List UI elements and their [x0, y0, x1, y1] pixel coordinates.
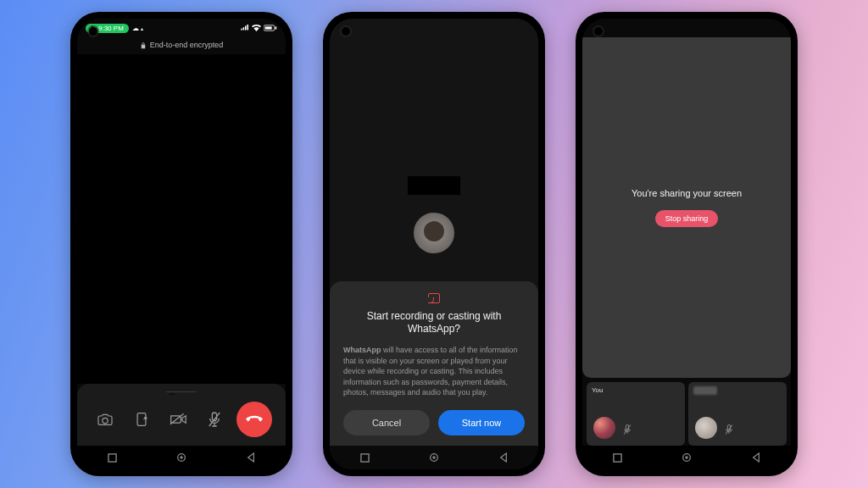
phone-mockup-2: Start recording or casting with WhatsApp…	[323, 12, 545, 476]
status-bar-empty	[582, 19, 791, 37]
nav-recents-button[interactable]	[611, 452, 623, 463]
encryption-notice: End-to-end encrypted	[77, 37, 286, 54]
svg-rect-4	[108, 453, 115, 461]
nav-recents-button[interactable]	[359, 452, 370, 463]
svg-point-6	[180, 456, 182, 458]
svg-point-9	[432, 456, 435, 458]
app-name-bold: WhatsApp	[343, 346, 381, 354]
cast-icon	[343, 293, 525, 303]
svg-point-12	[685, 456, 687, 458]
nav-home-button[interactable]	[428, 452, 440, 463]
video-call-area[interactable]	[77, 54, 286, 384]
svg-rect-7	[360, 453, 368, 461]
status-weather-icons: ☁ ▴	[132, 25, 143, 32]
start-now-button[interactable]: Start now	[438, 410, 525, 435]
android-navbar	[330, 446, 538, 469]
mic-muted-icon	[724, 424, 734, 435]
android-navbar	[77, 446, 286, 469]
participant-tiles: You	[582, 378, 791, 446]
nav-back-button[interactable]	[245, 452, 257, 463]
lock-icon	[140, 42, 147, 49]
participant-tile-self[interactable]: You	[587, 382, 685, 446]
tile-label-you: You	[592, 386, 604, 394]
tile-label-redacted	[693, 386, 717, 395]
mic-muted-icon	[622, 424, 632, 435]
camera-hole	[342, 27, 350, 36]
sheet-title: Start recording or casting with WhatsApp…	[343, 310, 525, 336]
wifi-icon	[252, 25, 261, 31]
battery-icon	[264, 25, 277, 31]
cancel-button[interactable]: Cancel	[343, 410, 430, 435]
nav-home-button[interactable]	[681, 452, 693, 463]
nav-back-button[interactable]	[750, 452, 762, 463]
redacted-name	[408, 176, 460, 195]
phone-mockup-3: You're sharing your screen Stop sharing …	[576, 12, 798, 476]
end-call-button[interactable]	[236, 402, 272, 437]
svg-rect-1	[265, 26, 272, 29]
status-right-icons	[241, 25, 277, 31]
nav-recents-button[interactable]	[106, 452, 118, 463]
avatar	[695, 417, 717, 439]
screen-share-button[interactable]	[127, 405, 156, 434]
sharing-screen-area: You're sharing your screen Stop sharing	[582, 37, 791, 378]
drag-handle[interactable]: ⌃	[166, 391, 197, 393]
android-navbar	[582, 446, 791, 469]
permission-sheet: Start recording or casting with WhatsApp…	[330, 281, 538, 446]
encryption-label: End-to-end encrypted	[150, 41, 224, 49]
mic-off-button[interactable]	[200, 405, 229, 434]
switch-camera-button[interactable]	[91, 405, 120, 434]
camera-hole	[594, 27, 603, 36]
avatar	[593, 417, 615, 439]
stop-sharing-button[interactable]: Stop sharing	[655, 210, 719, 227]
contact-avatar	[414, 213, 454, 253]
status-bar: 9:30 PM ☁ ▴	[77, 19, 286, 37]
participant-tile-other[interactable]	[688, 382, 787, 446]
call-controls-panel: ⌃	[77, 384, 286, 446]
video-off-button[interactable]	[164, 405, 192, 434]
sheet-body: WhatsApp will have access to all of the …	[343, 345, 525, 398]
nav-back-button[interactable]	[498, 452, 509, 463]
signal-icon	[241, 25, 249, 31]
status-time: 9:30 PM	[98, 25, 124, 32]
svg-rect-2	[275, 26, 277, 29]
phone-mockup-1: 9:30 PM ☁ ▴ End-to-end encrypted ⌃	[70, 12, 292, 476]
svg-rect-10	[613, 453, 620, 461]
nav-home-button[interactable]	[175, 452, 187, 463]
camera-hole	[89, 27, 97, 36]
sharing-label: You're sharing your screen	[632, 188, 742, 198]
